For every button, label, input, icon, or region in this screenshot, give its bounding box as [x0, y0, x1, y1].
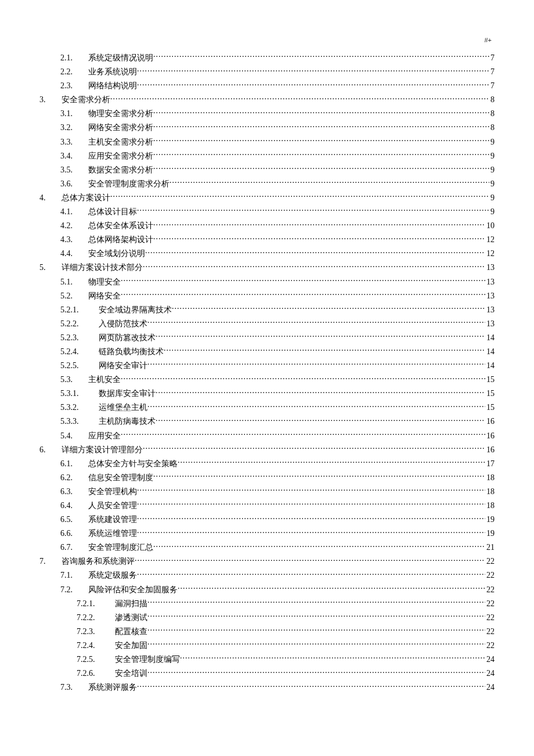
toc-leader-dots: [172, 304, 485, 312]
toc-page-number: 15: [485, 374, 495, 386]
toc-number: 6.7.: [60, 542, 81, 553]
toc-leader-dots: [137, 80, 489, 88]
toc-entry[interactable]: 7.2.6.安全培训24: [39, 668, 495, 679]
toc-page-number: 22: [485, 584, 495, 596]
toc-leader-dots: [147, 668, 485, 676]
toc-entry[interactable]: 5.2.1.安全域边界隔离技术13: [39, 304, 495, 316]
toc-entry[interactable]: 7.1.系统定级服务22: [39, 570, 495, 581]
toc-leader-dots: [137, 66, 489, 74]
toc-entry[interactable]: 3.1.物理安全需求分析8: [39, 108, 495, 120]
toc-page-number: 12: [485, 234, 495, 246]
toc-number: 3.4.: [60, 150, 81, 162]
toc-entry[interactable]: 6.3.安全管理机构18: [39, 486, 495, 498]
toc-page-number: 16: [485, 416, 495, 427]
toc-title: 安全管理制度需求分析: [88, 178, 169, 190]
toc-entry[interactable]: 3.5.数据安全需求分析9: [39, 164, 495, 176]
toc-title: 安全培训: [115, 668, 147, 679]
toc-entry[interactable]: 5.2.2.入侵防范技术13: [39, 318, 495, 330]
toc-entry[interactable]: 6.1.总体安全方针与安全策略17: [39, 458, 495, 470]
toc-entry[interactable]: 7.2.1.漏洞扫描22: [39, 598, 495, 610]
toc-leader-dots: [121, 430, 485, 438]
toc-entry[interactable]: 6.2.信息安全管理制度18: [39, 472, 495, 484]
toc-entry[interactable]: 5.3.1.数据库安全审计15: [39, 388, 495, 399]
toc-page-number: 13: [485, 290, 495, 302]
toc-number: 6.1.: [60, 458, 81, 470]
toc-page-number: 13: [485, 304, 495, 316]
toc-entry[interactable]: 5.2.网络安全13: [39, 290, 495, 302]
toc-entry[interactable]: 4.4.安全域划分说明12: [39, 248, 495, 260]
toc-leader-dots: [169, 178, 489, 186]
toc-leader-dots: [153, 108, 489, 116]
toc-entry[interactable]: 7.3.系统测评服务24: [39, 682, 495, 693]
toc-title: 总体安全方针与安全策略: [88, 458, 178, 470]
toc-entry[interactable]: 4.2.总体安全体系设计10: [39, 220, 495, 232]
toc-entry[interactable]: 5.3.3.主机防病毒技术16: [39, 416, 495, 427]
toc-title: 网络结构说明: [88, 80, 137, 92]
toc-leader-dots: [137, 682, 485, 690]
toc-entry[interactable]: 7.2.4.安全加固22: [39, 640, 495, 651]
toc-title: 网络安全需求分析: [88, 122, 153, 134]
toc-entry[interactable]: 5.1.物理安全13: [39, 276, 495, 288]
toc-page-number: 16: [485, 430, 495, 442]
toc-page-number: 9: [489, 136, 495, 148]
toc-title: 运维堡垒主机: [99, 402, 147, 413]
toc-entry[interactable]: 4.3.总体网络架构设计12: [39, 234, 495, 246]
toc-title: 数据安全需求分析: [88, 164, 153, 176]
toc-entry[interactable]: 5.3.2.运维堡垒主机15: [39, 402, 495, 413]
toc-title: 人员安全管理: [88, 500, 137, 512]
toc-entry[interactable]: 5.详细方案设计技术部分13: [39, 262, 495, 273]
toc-entry[interactable]: 4.1.总体设计目标9: [39, 206, 495, 218]
toc-page-number: 8: [489, 108, 495, 120]
toc-title: 配置核查: [115, 626, 147, 638]
toc-page-number: 24: [485, 668, 495, 679]
toc-entry[interactable]: 2.1.系统定级情况说明7: [39, 52, 495, 64]
toc-leader-dots: [153, 136, 489, 145]
toc-entry[interactable]: 6.详细方案设计管理部分16: [39, 444, 495, 456]
toc-title: 业务系统说明: [88, 66, 137, 78]
toc-entry[interactable]: 7.2.3.配置核查22: [39, 626, 495, 638]
toc-page-number: 22: [485, 640, 495, 651]
toc-entry[interactable]: 6.4.人员安全管理18: [39, 500, 495, 512]
toc-title: 安全管理机构: [88, 486, 137, 498]
toc-entry[interactable]: 6.5.系统建设管理19: [39, 514, 495, 525]
toc-leader-dots: [153, 122, 489, 130]
toc-entry[interactable]: 4.总体方案设计9: [39, 192, 495, 204]
toc-entry[interactable]: 2.2.业务系统说明7: [39, 66, 495, 78]
toc-entry[interactable]: 3.3.主机安全需求分析9: [39, 136, 495, 148]
toc-entry[interactable]: 5.2.4.链路负载均衡技术14: [39, 346, 495, 358]
toc-number: 6.3.: [60, 486, 81, 498]
toc-entry[interactable]: 7.2.5.安全管理制度编写24: [39, 654, 495, 665]
toc-entry[interactable]: 7.咨询服务和系统测评22: [39, 556, 495, 567]
toc-entry[interactable]: 3.4.应用安全需求分析9: [39, 150, 495, 162]
toc-title: 主机安全需求分析: [88, 136, 153, 148]
toc-number: 7.2.6.: [77, 668, 108, 679]
toc-page-number: 8: [489, 94, 495, 106]
toc-entry[interactable]: 3.2.网络安全需求分析8: [39, 122, 495, 134]
toc-page-number: 9: [489, 164, 495, 176]
toc-number: 5.2.4.: [60, 346, 92, 358]
toc-leader-dots: [121, 374, 485, 382]
toc-title: 风险评估和安全加固服务: [88, 584, 178, 596]
toc-leader-dots: [137, 500, 485, 508]
toc-leader-dots: [147, 612, 485, 620]
toc-entry[interactable]: 7.2.2.渗透测试22: [39, 612, 495, 624]
toc-number: 7.2.2.: [77, 612, 108, 624]
toc-page-number: 22: [485, 612, 495, 624]
toc-entry[interactable]: 3.安全需求分析8: [39, 94, 495, 106]
toc-page-number: 14: [485, 332, 495, 344]
toc-number: 4.4.: [60, 248, 81, 260]
toc-entry[interactable]: 5.4.应用安全16: [39, 430, 495, 442]
toc-title: 系统运维管理: [88, 528, 137, 539]
toc-entry[interactable]: 5.3.主机安全15: [39, 374, 495, 386]
toc-entry[interactable]: 5.2.5.网络安全审计14: [39, 360, 495, 372]
toc-leader-dots: [121, 276, 485, 285]
toc-entry[interactable]: 6.6.系统运维管理19: [39, 528, 495, 539]
toc-entry[interactable]: 7.2.风险评估和安全加固服务22: [39, 584, 495, 596]
toc-page-number: 13: [485, 318, 495, 330]
toc-title: 网络安全审计: [99, 360, 147, 372]
toc-entry[interactable]: 6.7.安全管理制度汇总21: [39, 542, 495, 553]
toc-entry[interactable]: 2.3.网络结构说明7: [39, 80, 495, 92]
toc-entry[interactable]: 3.6.安全管理制度需求分析9: [39, 178, 495, 190]
toc-entry[interactable]: 5.2.3.网页防篡改技术14: [39, 332, 495, 344]
toc-title: 物理安全: [88, 276, 121, 288]
